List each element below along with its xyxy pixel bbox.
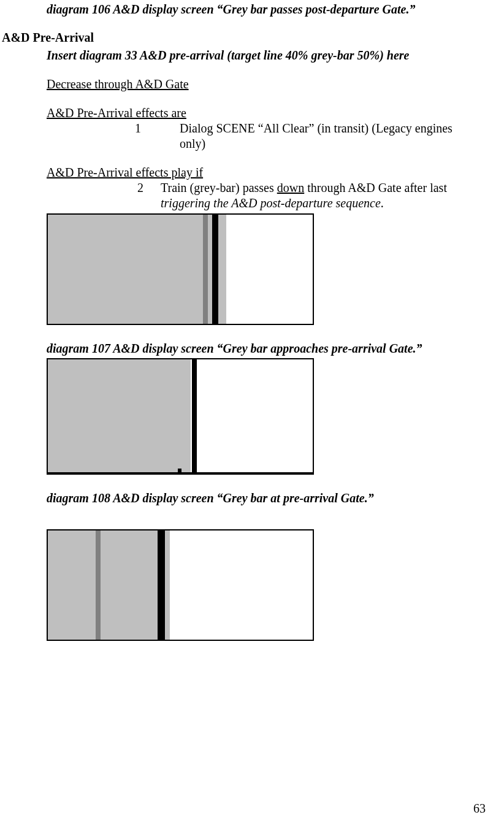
ad-gate-line [158,530,165,640]
text-italic: triggering the A&D post-departure sequen… [161,196,381,210]
diagram-109 [47,529,314,641]
subheading-decrease-gate: Decrease through A&D Gate [47,77,492,92]
list-number: 2 [137,180,161,196]
diagram-107 [47,213,314,325]
text-underlined: down [277,181,304,194]
list-text: Dialog SCENE “All Clear” (in transit) (L… [180,121,492,151]
text-fragment: . [381,196,384,210]
text-fragment: Train (grey-bar) passes [161,181,277,194]
grey-marker [203,215,208,324]
diagram-107-caption: diagram 107 A&D display screen “Grey bar… [47,341,492,356]
list-number: 1 [135,121,180,136]
list-text: Train (grey-bar) passes down through A&D… [161,180,492,211]
effects-are-heading: A&D Pre-Arrival effects are [47,105,492,121]
ad-gate-line [192,359,197,472]
grey-bar [48,215,223,324]
grey-bar [48,530,170,640]
ad-gate-line [212,215,218,324]
section-heading-pre-arrival: A&D Pre-Arrival [2,31,492,45]
diagram-108 [47,358,314,475]
diagram-108-caption: diagram 108 A&D display screen “Grey bar… [47,491,492,506]
effects-play-if-heading: A&D Pre-Arrival effects play if [47,165,492,180]
grey-bar [48,359,191,472]
tick-mark [178,469,181,472]
diagram-106-caption: diagram 106 A&D display screen “Grey bar… [47,2,492,17]
insert-directive: Insert diagram 33 A&D pre-arrival (targe… [47,48,492,63]
text-fragment: through A&D Gate after last [304,181,447,194]
grey-bar-edge [220,215,226,324]
page-number: 63 [473,802,486,816]
grey-marker [96,530,101,640]
list-item-2: 2 Train (grey-bar) passes down through A… [47,180,492,211]
list-item-1: 1 Dialog SCENE “All Clear” (in transit) … [47,121,492,151]
